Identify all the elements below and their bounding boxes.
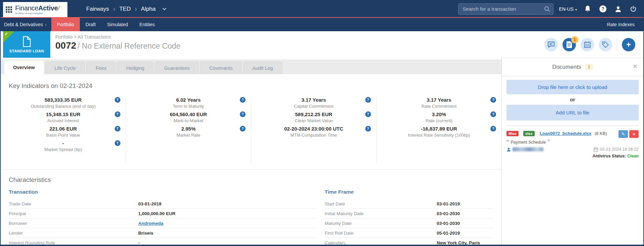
transaction-subtitle: / No External Reference Code [77,42,180,51]
help-icon[interactable]: ? [490,126,496,132]
help-icon[interactable]: ? [365,97,371,103]
calendar-icon [594,147,598,152]
help-icon[interactable]: ? [365,126,371,132]
person-icon [506,147,511,152]
calendar-icon [584,41,591,48]
field-row: Start Date03-01-2019 [325,199,493,209]
key-indicator: -16,837.89 EURInterest Rate Sensitivity … [389,126,490,138]
tab-life-cycle[interactable]: Life Cycle [45,61,86,74]
documents-count: 1 [585,64,593,70]
top-header: FinanceActive/ an Altus Group company Fa… [1,1,643,18]
help-icon[interactable]: ? [490,111,496,117]
search-input[interactable] [458,3,553,15]
document-link[interactable]: Loan0072_Schedule.xlsx [540,131,591,136]
antivirus-status-value: Clean [627,154,639,158]
help-icon[interactable]: ? [115,111,120,117]
close-icon[interactable]: × [633,63,637,70]
comments-button[interactable] [544,38,558,51]
key-indicator: 02-20-2024 23:00:00 UTCMTM Computation T… [263,126,364,138]
indicator-value: 221.06 EUR [13,126,114,132]
add-button[interactable]: + [622,38,635,51]
indicator-value: 3.17 Years [389,97,490,103]
time-frame-group: Time Frame Start Date03-01-2019Initial M… [325,189,493,245]
app-launcher-icon[interactable] [6,6,12,13]
tab-fees[interactable]: Fees [86,61,116,74]
plus-icon: + [626,41,631,49]
breadcrumb-item-ted[interactable]: TED [119,6,131,12]
file-drop-zone[interactable]: Drop file here or click to upload [506,80,639,94]
breadcrumb-item-alpha[interactable]: Alpha [141,6,155,12]
indicator-value: - [13,140,114,147]
nav-item-simulated[interactable]: Simulated [101,18,133,31]
breadcrumb-item-fairways[interactable]: Fairways [86,6,109,12]
nav-item-draft[interactable]: Draft [80,18,101,31]
chevron-down-icon: ▾ [575,8,577,11]
field-value: 03-01-2030 [437,221,460,226]
indicator-label: Market Rate [138,132,239,138]
field-label: Principal [9,211,138,216]
tab-audit-log[interactable]: Audit Log [243,61,282,74]
user-account-icon[interactable] [615,6,622,12]
help-icon[interactable]: ? [240,111,246,117]
help-icon[interactable]: ? [240,126,246,132]
help-icon[interactable]: ? [115,126,120,132]
document-description: “ Payment Schedule ” [506,140,639,145]
key-indicators-column-1: 583,333.35 EUROutstanding Balance (end o… [1,97,126,163]
nav-item-portfolio[interactable]: Portfolio [51,18,80,31]
tab-overview[interactable]: Overview [4,60,44,74]
indicator-label: Clean Market Value [263,118,364,124]
upload-date: 02-21-2024 18:26:22 [594,147,639,152]
documents-count-badge: 1 [571,36,578,43]
help-icon[interactable]: ? [240,97,246,103]
field-value: 05-01-2019 [437,231,460,236]
breadcrumb[interactable]: Portfolio > All Transactions [55,34,180,40]
indicator-label: Outstanding Balance (end of day) [13,103,114,109]
indicator-label: MTM Computation Time [263,132,364,138]
add-url-button[interactable]: Add URL to file [506,105,639,120]
nav-rate-indexes[interactable]: Rate Indexes [607,18,644,31]
notifications-bell-icon[interactable] [584,5,591,13]
schedule-button[interactable] [581,38,594,51]
field-label: Initial Maturity Date [325,211,437,216]
delete-document-button[interactable]: × [629,130,639,138]
field-value: Andromeda [138,221,163,226]
field-value: 03-01-2019 [437,201,460,206]
help-icon[interactable]: ? [115,140,120,146]
help-icon[interactable]: ? [365,111,371,117]
nav-item-debt-derivatives[interactable]: Debt & Derivatives› [1,18,51,31]
document-icon [566,41,572,48]
key-indicator: 3.17 YearsRate Commitment? [389,97,490,109]
or-label: or [506,97,639,102]
search-icon[interactable] [544,6,550,12]
indicator-label: Rate (current) [389,118,490,124]
nav-item-entities[interactable]: Entities [134,18,161,31]
tab-guarantees[interactable]: Guarantees [155,61,199,74]
help-icon[interactable]: ? [599,5,606,12]
help-icon[interactable]: ? [490,97,496,103]
standard-loan-badge: ✓ STANDARD LOAN [3,31,50,58]
search-box [458,3,553,15]
tab-hedging[interactable]: Hedging [117,61,154,74]
tab-covenants[interactable]: Covenants [200,61,242,74]
loan-document-icon [22,36,32,47]
check-icon: ✓ [4,32,8,37]
edit-document-button[interactable]: ✎ [619,130,628,138]
tags-button[interactable] [599,38,612,51]
indicator-value: 3.20% [389,111,490,118]
locale-selector[interactable]: EN-US▾ [559,6,577,12]
chevron-down-icon[interactable] [162,6,166,10]
borrower-link[interactable]: Andromeda [138,221,163,226]
logo[interactable]: FinanceActive/ an Altus Group company [3,2,67,17]
field-label: Start Date [325,201,437,206]
field-row: Maturity Date03-01-2030 [325,218,493,228]
indicator-value: 589,212.25 EUR [263,111,364,118]
documents-button[interactable]: 1 [562,38,576,51]
time-frame-group-title: Time Frame [325,189,493,195]
indicator-value: 604,560.40 EUR [138,111,239,118]
logout-power-icon[interactable] [630,6,637,12]
tag-icon [602,41,609,48]
field-label: Lender [9,231,138,236]
help-icon[interactable]: ? [115,97,120,103]
actions-divider [617,39,617,51]
key-indicator: 583,333.35 EUROutstanding Balance (end o… [13,97,114,109]
